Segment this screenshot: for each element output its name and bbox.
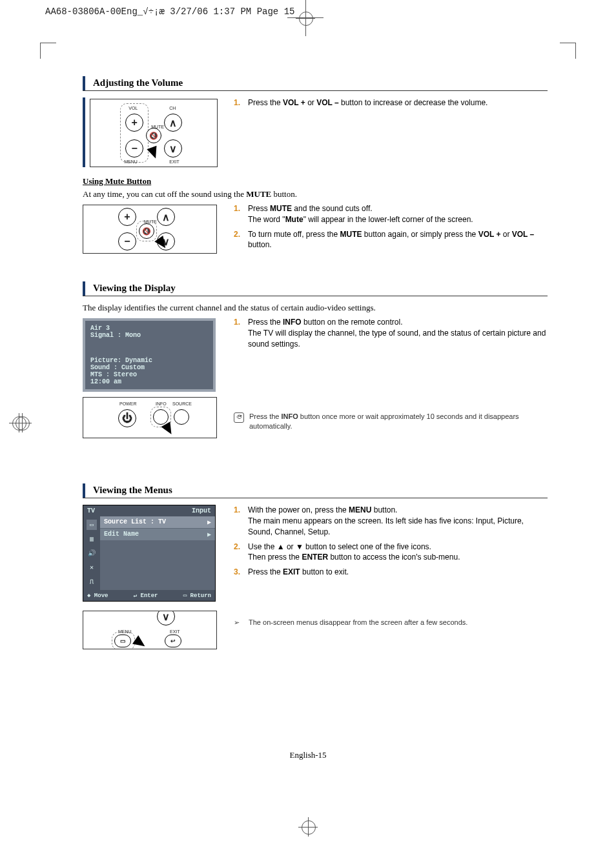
label-exit: EXIT: [169, 159, 180, 164]
label-source: SOURCE: [172, 401, 192, 406]
label-info: INFO: [156, 401, 167, 406]
osd-line: Sound : Custom: [90, 364, 208, 371]
info-button-icon: [153, 409, 169, 425]
heading-accent-bar: [83, 281, 85, 296]
heading-viewing-menus: Viewing the Menus: [93, 483, 172, 498]
step-mute-1: Press MUTE and the sound cuts off. The w…: [234, 203, 548, 225]
step-info-1: Press the INFO button on the remote cont…: [234, 317, 548, 349]
exit-button-icon: ↩: [165, 635, 181, 647]
remote-illustration-mute: MUTE + − ∧ ∨ 🔇: [83, 205, 217, 254]
page-footer: English-15: [0, 750, 616, 760]
osd-line: Picture: Dynamic: [90, 357, 208, 364]
label-power: POWER: [119, 401, 136, 406]
vol-minus-icon: −: [118, 232, 136, 250]
osd-line: MTS : Stereo: [90, 371, 208, 378]
menu-title-right: Input: [192, 507, 211, 514]
mute-icon: 🔇: [146, 128, 161, 143]
subheading-mute: Using Mute Button: [83, 176, 548, 187]
ch-up-icon: ∧: [157, 208, 175, 226]
osd-line: Air 3: [90, 325, 208, 332]
step-menu-1: With the power on, press the MENU button…: [234, 505, 548, 537]
mute-icon: 🔇: [139, 223, 154, 239]
step-vol-1: Press the VOL + or VOL – button to incre…: [234, 97, 548, 108]
ch-up-icon: ∧: [164, 114, 182, 132]
menu-icon-sound: 🔊: [87, 548, 97, 558]
menu-footer-enter: ↵ Enter: [134, 592, 158, 599]
menu-row-empty: [100, 573, 215, 589]
menu-footer-return: ▭ Return: [183, 592, 211, 599]
menu-button-icon: ▭: [114, 635, 131, 647]
mute-intro: At any time, you can cut off the sound u…: [83, 189, 548, 199]
crop-corner: [40, 43, 56, 59]
label-ch: CH: [169, 106, 176, 110]
heading-accent-bar: [83, 97, 85, 167]
menu-icon-setup: ⎍: [87, 576, 97, 587]
section-heading-row: Viewing the Menus: [83, 483, 548, 498]
arrow-indicator-icon: [147, 146, 161, 160]
menu-row-edit-name: Edit Name▶: [100, 529, 215, 541]
remote-illustration-info: POWER INFO SOURCE ⏻: [83, 397, 217, 438]
osd-line: 12:00 am: [90, 378, 208, 385]
remote-illustration-vol: VOL CH MUTE MENU EXIT + − ∧ ∨ 🔇: [90, 99, 218, 167]
note-menu-timeout: ➢ The on-screen menus disappear from the…: [234, 618, 548, 627]
registration-mark: [12, 413, 32, 432]
power-icon: ⏻: [118, 409, 136, 427]
note-info-timeout: 🖑 Press the INFO button once more or wai…: [234, 412, 548, 432]
heading-viewing-display: Viewing the Display: [93, 281, 176, 296]
heading-accent-bar: [83, 483, 85, 498]
menu-title-left: TV: [87, 507, 95, 514]
osd-info-panel: Air 3 Signal : Mono Picture: Dynamic Sou…: [83, 318, 216, 392]
step-mute-2: To turn mute off, press the MUTE button …: [234, 229, 548, 251]
note-icon: 🖑: [234, 412, 244, 423]
remote-illustration-menu: MENU EXIT ∨ ▭ ↩: [83, 611, 217, 649]
osd-line: Signal : Mono: [90, 332, 208, 339]
ch-down-icon: ∨: [164, 139, 182, 157]
menu-row-empty: [100, 557, 215, 573]
menu-icon-channel: ✕: [87, 562, 97, 573]
menu-row-source-list: Source List : TV▶: [100, 516, 215, 529]
menu-icon-picture: ▥: [87, 534, 97, 544]
step-menu-2: Use the ▲ or ▼ button to select one of t…: [234, 542, 548, 564]
osd-menu-panel: TV Input ▭ ▥ 🔊 ✕ ⎍ Source: [83, 505, 216, 602]
print-header: AA68-03806A-00Eng_√÷¡æ 3/27/06 1:37 PM P…: [45, 6, 294, 17]
display-intro: The display identifies the current chann…: [83, 303, 548, 313]
section-heading-row: Adjusting the Volume: [83, 76, 548, 91]
registration-mark: [298, 817, 318, 837]
heading-accent-bar: [83, 76, 85, 90]
heading-adjusting-volume: Adjusting the Volume: [93, 76, 183, 90]
menu-row-empty: [100, 541, 215, 557]
source-button-icon: [174, 409, 189, 425]
menu-icon-input: ▭: [87, 520, 97, 530]
step-menu-3: Press the EXIT button to exit.: [234, 567, 548, 578]
ch-down-icon: ∨: [157, 611, 175, 625]
menu-footer-move: ◆ Move: [87, 592, 108, 599]
section-heading-row: Viewing the Display: [83, 281, 548, 296]
crop-corner: [560, 43, 576, 59]
vol-plus-icon: +: [118, 208, 136, 226]
pointer-icon: ➢: [234, 618, 240, 627]
registration-mark: [296, 8, 315, 28]
label-exit: EXIT: [170, 629, 180, 634]
